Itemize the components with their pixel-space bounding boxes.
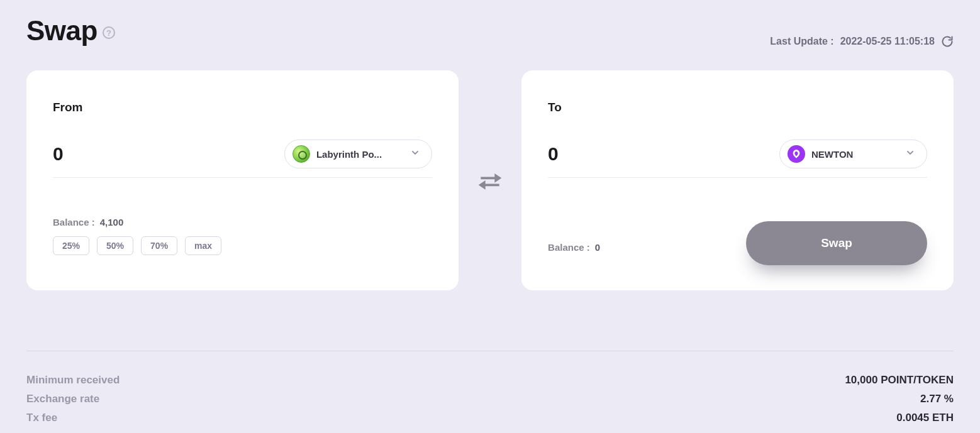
chevron-down-icon bbox=[410, 148, 420, 160]
page-title: Swap bbox=[26, 15, 97, 47]
swap-direction-button[interactable] bbox=[459, 167, 521, 194]
section-divider bbox=[26, 351, 954, 351]
from-label: From bbox=[53, 101, 432, 114]
pct-max-button[interactable]: max bbox=[185, 236, 221, 255]
swap-details: Minimum received 10,000 POINT/TOKEN Exch… bbox=[26, 374, 954, 424]
help-icon[interactable]: ? bbox=[103, 26, 115, 39]
to-balance-label: Balance : bbox=[548, 242, 590, 253]
to-card: To NEWTON Balance : 0 Swap bbox=[521, 70, 954, 290]
to-label: To bbox=[548, 101, 927, 114]
from-amount-input[interactable] bbox=[53, 143, 179, 165]
refresh-icon[interactable] bbox=[941, 35, 954, 48]
from-token-name: Labyrinth Po... bbox=[316, 149, 404, 160]
from-card: From Labyrinth Po... Balance : 4,100 25%… bbox=[26, 70, 459, 290]
tx-fee-value: 0.0045 ETH bbox=[896, 412, 954, 424]
from-balance-label: Balance : bbox=[53, 217, 95, 227]
tx-fee-label: Tx fee bbox=[26, 412, 57, 424]
to-token-name: NEWTON bbox=[811, 149, 899, 160]
pct-70-button[interactable]: 70% bbox=[141, 236, 177, 255]
newton-token-icon bbox=[788, 145, 805, 163]
pct-50-button[interactable]: 50% bbox=[97, 236, 133, 255]
labyrinth-token-icon bbox=[292, 145, 310, 163]
from-token-select[interactable]: Labyrinth Po... bbox=[284, 140, 432, 168]
from-balance-value: 4,100 bbox=[100, 217, 124, 227]
to-balance-value: 0 bbox=[595, 242, 600, 253]
pct-25-button[interactable]: 25% bbox=[53, 236, 89, 255]
min-received-value: 10,000 POINT/TOKEN bbox=[845, 374, 954, 386]
to-token-select[interactable]: NEWTON bbox=[779, 140, 927, 168]
swap-button[interactable]: Swap bbox=[746, 221, 927, 265]
chevron-down-icon bbox=[905, 148, 915, 160]
min-received-label: Minimum received bbox=[26, 374, 120, 386]
last-update-label: Last Update : bbox=[770, 36, 833, 47]
to-amount-input[interactable] bbox=[548, 143, 674, 165]
last-update-value: 2022-05-25 11:05:18 bbox=[840, 36, 935, 47]
exchange-rate-value: 2.77 % bbox=[920, 393, 954, 405]
exchange-rate-label: Exchange rate bbox=[26, 393, 99, 405]
